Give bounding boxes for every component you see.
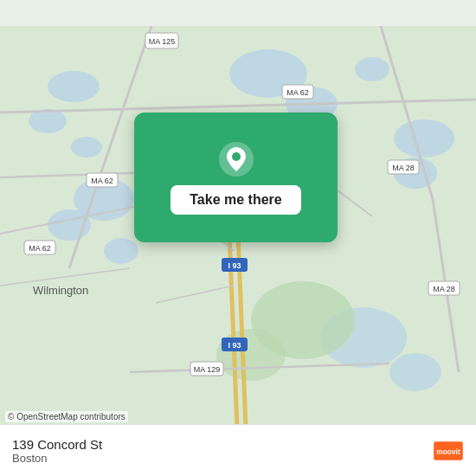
svg-text:MA 125: MA 125 — [149, 37, 176, 46]
svg-point-15 — [216, 329, 286, 381]
svg-text:Wilmington: Wilmington — [33, 284, 88, 297]
svg-point-10 — [394, 119, 454, 158]
moovit-logo: moovit — [433, 435, 464, 466]
svg-text:MA 28: MA 28 — [392, 164, 415, 172]
moovit-icon: moovit — [433, 435, 464, 466]
city-label: Boston — [12, 452, 102, 465]
svg-point-9 — [355, 57, 389, 81]
svg-point-6 — [104, 238, 138, 264]
location-pin-icon — [217, 140, 255, 178]
map-container: MA 125 MA 62 MA 62 MA 62 MA 28 MA 28 I 9… — [0, 0, 476, 476]
svg-text:MA 62: MA 62 — [91, 177, 113, 185]
svg-point-13 — [389, 353, 441, 391]
svg-text:moovit: moovit — [436, 447, 460, 455]
svg-text:MA 129: MA 129 — [194, 365, 221, 374]
address-line: 139 Concord St — [12, 437, 102, 452]
svg-text:MA 28: MA 28 — [433, 285, 455, 293]
svg-text:MA 62: MA 62 — [29, 244, 51, 253]
map-attribution: © OpenStreetMap contributors — [5, 411, 128, 422]
svg-point-50 — [232, 152, 241, 161]
svg-text:I 93: I 93 — [228, 341, 241, 350]
bottom-info-bar: 139 Concord St Boston moovit — [0, 424, 476, 476]
svg-text:MA 62: MA 62 — [286, 88, 309, 97]
destination-card: Take me there — [134, 113, 338, 242]
address-block: 139 Concord St Boston — [12, 437, 102, 465]
svg-text:I 93: I 93 — [228, 261, 241, 270]
take-me-there-button[interactable]: Take me there — [170, 185, 300, 215]
svg-point-1 — [48, 71, 100, 102]
svg-point-3 — [71, 137, 102, 158]
